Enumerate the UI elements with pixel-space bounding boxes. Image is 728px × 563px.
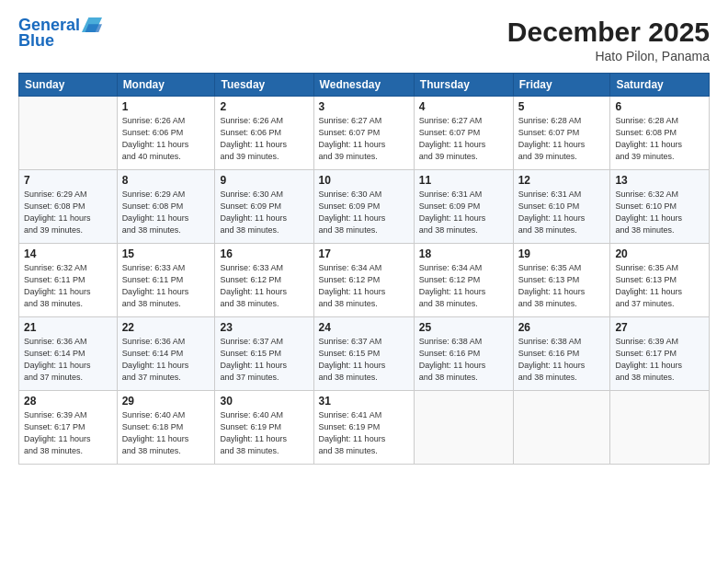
day-number: 23 bbox=[220, 321, 308, 334]
day-info: Sunrise: 6:31 AMSunset: 6:09 PMDaylight:… bbox=[419, 189, 508, 236]
logo: General Blue bbox=[18, 17, 102, 51]
day-cell: 5Sunrise: 6:28 AMSunset: 6:07 PMDaylight… bbox=[513, 97, 610, 170]
title-block: December 2025 Hato Pilon, Panama bbox=[507, 17, 710, 63]
week-row-3: 14Sunrise: 6:32 AMSunset: 6:11 PMDayligh… bbox=[19, 244, 710, 317]
day-info: Sunrise: 6:30 AMSunset: 6:09 PMDaylight:… bbox=[220, 189, 308, 236]
day-number: 10 bbox=[319, 174, 409, 187]
day-info: Sunrise: 6:26 AMSunset: 6:06 PMDaylight:… bbox=[220, 115, 308, 163]
day-info: Sunrise: 6:33 AMSunset: 6:12 PMDaylight:… bbox=[220, 262, 308, 310]
col-saturday: Saturday bbox=[610, 74, 710, 97]
day-number: 5 bbox=[518, 100, 606, 113]
day-cell bbox=[513, 391, 610, 465]
day-cell bbox=[414, 391, 513, 465]
day-number: 28 bbox=[24, 395, 112, 408]
day-cell: 7Sunrise: 6:29 AMSunset: 6:08 PMDaylight… bbox=[19, 170, 118, 244]
day-cell: 8Sunrise: 6:29 AMSunset: 6:08 PMDaylight… bbox=[117, 170, 215, 244]
day-number: 19 bbox=[518, 247, 606, 260]
day-number: 17 bbox=[319, 247, 409, 260]
day-number: 25 bbox=[419, 321, 508, 334]
day-cell: 15Sunrise: 6:33 AMSunset: 6:11 PMDayligh… bbox=[117, 244, 215, 317]
week-row-4: 21Sunrise: 6:36 AMSunset: 6:14 PMDayligh… bbox=[19, 317, 710, 391]
day-number: 16 bbox=[220, 247, 308, 260]
col-thursday: Thursday bbox=[414, 74, 513, 97]
day-info: Sunrise: 6:39 AMSunset: 6:17 PMDaylight:… bbox=[615, 336, 704, 384]
day-cell: 4Sunrise: 6:27 AMSunset: 6:07 PMDaylight… bbox=[414, 97, 513, 170]
day-cell: 1Sunrise: 6:26 AMSunset: 6:06 PMDaylight… bbox=[117, 97, 215, 170]
col-sunday: Sunday bbox=[19, 74, 118, 97]
day-info: Sunrise: 6:29 AMSunset: 6:08 PMDaylight:… bbox=[24, 189, 112, 236]
day-info: Sunrise: 6:35 AMSunset: 6:13 PMDaylight:… bbox=[518, 262, 606, 310]
day-cell: 12Sunrise: 6:31 AMSunset: 6:10 PMDayligh… bbox=[513, 170, 610, 244]
day-number: 6 bbox=[615, 100, 704, 113]
location-subtitle: Hato Pilon, Panama bbox=[507, 49, 710, 63]
day-info: Sunrise: 6:36 AMSunset: 6:14 PMDaylight:… bbox=[24, 336, 112, 384]
day-number: 8 bbox=[122, 174, 210, 187]
day-number: 11 bbox=[419, 174, 508, 187]
day-cell: 21Sunrise: 6:36 AMSunset: 6:14 PMDayligh… bbox=[19, 317, 118, 391]
day-number: 1 bbox=[122, 100, 210, 113]
day-number: 30 bbox=[220, 395, 308, 408]
day-cell: 17Sunrise: 6:34 AMSunset: 6:12 PMDayligh… bbox=[313, 244, 414, 317]
day-info: Sunrise: 6:34 AMSunset: 6:12 PMDaylight:… bbox=[319, 262, 409, 310]
day-cell: 31Sunrise: 6:41 AMSunset: 6:19 PMDayligh… bbox=[313, 391, 414, 465]
day-number: 15 bbox=[122, 247, 210, 260]
day-info: Sunrise: 6:40 AMSunset: 6:18 PMDaylight:… bbox=[122, 409, 210, 457]
day-number: 4 bbox=[419, 100, 508, 113]
day-cell: 24Sunrise: 6:37 AMSunset: 6:15 PMDayligh… bbox=[313, 317, 414, 391]
day-info: Sunrise: 6:32 AMSunset: 6:10 PMDaylight:… bbox=[615, 189, 704, 236]
day-number: 29 bbox=[122, 395, 210, 408]
day-number: 3 bbox=[319, 100, 409, 113]
day-number: 2 bbox=[220, 100, 308, 113]
day-number: 31 bbox=[319, 395, 409, 408]
day-info: Sunrise: 6:37 AMSunset: 6:15 PMDaylight:… bbox=[319, 336, 409, 384]
day-info: Sunrise: 6:26 AMSunset: 6:06 PMDaylight:… bbox=[122, 115, 210, 163]
day-number: 26 bbox=[518, 321, 606, 334]
day-info: Sunrise: 6:30 AMSunset: 6:09 PMDaylight:… bbox=[319, 189, 409, 236]
week-row-2: 7Sunrise: 6:29 AMSunset: 6:08 PMDaylight… bbox=[19, 170, 710, 244]
day-cell: 2Sunrise: 6:26 AMSunset: 6:06 PMDaylight… bbox=[215, 97, 313, 170]
day-info: Sunrise: 6:36 AMSunset: 6:14 PMDaylight:… bbox=[122, 336, 210, 384]
day-cell bbox=[19, 97, 118, 170]
day-info: Sunrise: 6:32 AMSunset: 6:11 PMDaylight:… bbox=[24, 262, 112, 310]
day-info: Sunrise: 6:28 AMSunset: 6:08 PMDaylight:… bbox=[615, 115, 704, 163]
day-cell: 13Sunrise: 6:32 AMSunset: 6:10 PMDayligh… bbox=[610, 170, 710, 244]
day-cell: 28Sunrise: 6:39 AMSunset: 6:17 PMDayligh… bbox=[19, 391, 118, 465]
day-info: Sunrise: 6:38 AMSunset: 6:16 PMDaylight:… bbox=[518, 336, 606, 384]
day-cell: 6Sunrise: 6:28 AMSunset: 6:08 PMDaylight… bbox=[610, 97, 710, 170]
day-number: 22 bbox=[122, 321, 210, 334]
day-cell: 3Sunrise: 6:27 AMSunset: 6:07 PMDaylight… bbox=[313, 97, 414, 170]
day-info: Sunrise: 6:33 AMSunset: 6:11 PMDaylight:… bbox=[122, 262, 210, 310]
col-wednesday: Wednesday bbox=[313, 74, 414, 97]
day-cell: 29Sunrise: 6:40 AMSunset: 6:18 PMDayligh… bbox=[117, 391, 215, 465]
day-number: 27 bbox=[615, 321, 704, 334]
day-cell: 10Sunrise: 6:30 AMSunset: 6:09 PMDayligh… bbox=[313, 170, 414, 244]
day-number: 21 bbox=[24, 321, 112, 334]
col-friday: Friday bbox=[513, 74, 610, 97]
day-number: 20 bbox=[615, 247, 704, 260]
day-cell: 25Sunrise: 6:38 AMSunset: 6:16 PMDayligh… bbox=[414, 317, 513, 391]
day-info: Sunrise: 6:27 AMSunset: 6:07 PMDaylight:… bbox=[419, 115, 508, 163]
week-row-5: 28Sunrise: 6:39 AMSunset: 6:17 PMDayligh… bbox=[19, 391, 710, 465]
header: General Blue December 2025 Hato Pilon, P… bbox=[18, 17, 710, 63]
day-number: 18 bbox=[419, 247, 508, 260]
week-row-1: 1Sunrise: 6:26 AMSunset: 6:06 PMDaylight… bbox=[19, 97, 710, 170]
day-cell: 22Sunrise: 6:36 AMSunset: 6:14 PMDayligh… bbox=[117, 317, 215, 391]
header-row: Sunday Monday Tuesday Wednesday Thursday… bbox=[19, 74, 710, 97]
day-info: Sunrise: 6:27 AMSunset: 6:07 PMDaylight:… bbox=[319, 115, 409, 163]
day-info: Sunrise: 6:28 AMSunset: 6:07 PMDaylight:… bbox=[518, 115, 606, 163]
day-cell: 11Sunrise: 6:31 AMSunset: 6:09 PMDayligh… bbox=[414, 170, 513, 244]
day-cell: 30Sunrise: 6:40 AMSunset: 6:19 PMDayligh… bbox=[215, 391, 313, 465]
logo-icon bbox=[82, 15, 102, 35]
col-tuesday: Tuesday bbox=[215, 74, 313, 97]
day-cell: 26Sunrise: 6:38 AMSunset: 6:16 PMDayligh… bbox=[513, 317, 610, 391]
day-info: Sunrise: 6:37 AMSunset: 6:15 PMDaylight:… bbox=[220, 336, 308, 384]
month-title: December 2025 bbox=[507, 17, 710, 47]
day-cell: 14Sunrise: 6:32 AMSunset: 6:11 PMDayligh… bbox=[19, 244, 118, 317]
day-cell: 9Sunrise: 6:30 AMSunset: 6:09 PMDaylight… bbox=[215, 170, 313, 244]
calendar: Sunday Monday Tuesday Wednesday Thursday… bbox=[18, 73, 710, 465]
day-info: Sunrise: 6:29 AMSunset: 6:08 PMDaylight:… bbox=[122, 189, 210, 236]
day-number: 9 bbox=[220, 174, 308, 187]
col-monday: Monday bbox=[117, 74, 215, 97]
day-number: 13 bbox=[615, 174, 704, 187]
day-cell: 19Sunrise: 6:35 AMSunset: 6:13 PMDayligh… bbox=[513, 244, 610, 317]
